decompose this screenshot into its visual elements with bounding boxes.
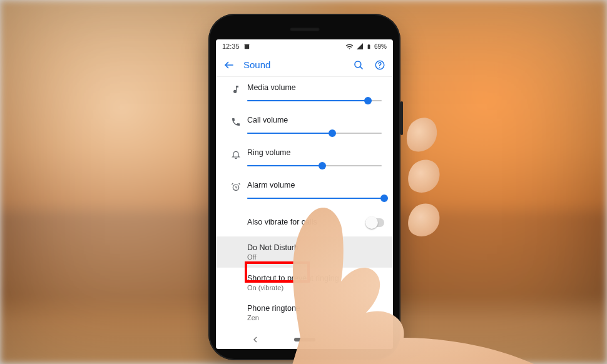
- row-alarm-volume: Alarm volume: [216, 174, 393, 207]
- media-volume-slider[interactable]: [247, 94, 384, 107]
- search-button[interactable]: [352, 58, 365, 72]
- ringtone-sub: Zen: [247, 314, 384, 321]
- alarm-volume-label: Alarm volume: [247, 181, 384, 190]
- cell-signal-icon: [356, 43, 364, 50]
- status-battery-pct: 69%: [374, 43, 387, 50]
- search-icon: [353, 59, 364, 71]
- status-time: 12:35: [222, 43, 240, 50]
- system-nav-bar: [216, 330, 393, 349]
- battery-icon: [366, 43, 372, 51]
- ring-volume-slider[interactable]: [247, 159, 384, 172]
- ring-volume-label: Ring volume: [247, 148, 384, 157]
- media-volume-label: Media volume: [247, 83, 384, 92]
- row-do-not-disturb[interactable]: Do Not Disturb Off: [216, 237, 393, 268]
- svg-point-5: [379, 67, 380, 68]
- music-note-icon: [231, 84, 241, 94]
- app-bar: Sound: [216, 53, 393, 77]
- nav-home-pill[interactable]: [294, 338, 315, 341]
- bell-icon: [231, 149, 241, 159]
- row-call-volume: Call volume: [216, 109, 393, 142]
- row-shortcut-prevent-ringing[interactable]: Shortcut to prevent ringing On (vibrate): [216, 268, 393, 298]
- shortcut-label: Shortcut to prevent ringing: [247, 274, 384, 283]
- status-bar: 12:35 69%: [216, 39, 393, 53]
- vibrate-toggle[interactable]: [365, 218, 384, 227]
- svg-rect-0: [244, 44, 248, 48]
- arrow-left-icon: [223, 59, 235, 71]
- wifi-icon: [345, 43, 354, 51]
- settings-list: Media volume Call volume: [216, 77, 393, 330]
- shortcut-sub: On (vibrate): [247, 284, 384, 291]
- row-media-volume: Media volume: [216, 77, 393, 109]
- stack-icon: [243, 43, 250, 50]
- phone-speaker: [290, 28, 320, 31]
- row-phone-ringtone[interactable]: Phone ringtone Zen: [216, 298, 393, 328]
- svg-line-3: [360, 66, 362, 69]
- alarm-volume-slider[interactable]: [247, 192, 384, 205]
- alarm-clock-icon: [231, 182, 241, 192]
- page-title: Sound: [243, 59, 344, 70]
- help-button[interactable]: [373, 58, 387, 72]
- help-icon: [374, 59, 385, 71]
- phone-icon: [231, 117, 241, 127]
- dnd-label: Do Not Disturb: [247, 243, 384, 252]
- nav-back-icon[interactable]: [250, 335, 260, 345]
- dnd-sub: Off: [247, 253, 384, 261]
- call-volume-slider[interactable]: [247, 127, 384, 139]
- phone-screen: 12:35 69% Sound: [216, 39, 393, 349]
- back-button[interactable]: [222, 58, 236, 72]
- row-ring-volume: Ring volume: [216, 142, 393, 174]
- vibrate-label: Also vibrate for calls: [247, 218, 365, 226]
- row-vibrate-for-calls[interactable]: Also vibrate for calls: [216, 207, 393, 237]
- phone-frame: 12:35 69% Sound: [208, 14, 400, 360]
- ringtone-label: Phone ringtone: [247, 304, 384, 313]
- call-volume-label: Call volume: [247, 116, 384, 124]
